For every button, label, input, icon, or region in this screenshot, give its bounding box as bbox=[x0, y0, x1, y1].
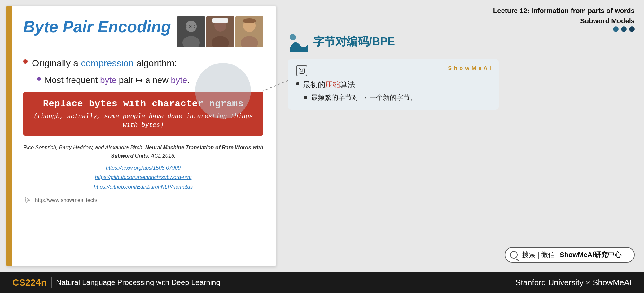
bottom-left: CS224n Natural Language Processing with … bbox=[12, 277, 220, 288]
svg-point-14 bbox=[243, 18, 256, 23]
lecture-header: Lecture 12: Information from parts of wo… bbox=[288, 6, 635, 26]
card-sub-square-1 bbox=[304, 96, 307, 99]
svg-rect-9 bbox=[212, 18, 228, 23]
svg-text:AI: AI bbox=[300, 69, 303, 73]
course-subtitle: Natural Language Processing with Deep Le… bbox=[56, 278, 220, 287]
citation-block: Rico Sennrich, Barry Haddow, and Alexand… bbox=[23, 143, 263, 160]
slide-footer: http://www.showmeai.tech/ bbox=[23, 196, 263, 205]
red-box: Replace bytes with character ngrams (tho… bbox=[23, 92, 263, 136]
card-bullet-text-1: 最初的压缩算法 bbox=[303, 79, 355, 90]
compression-highlight: compression bbox=[81, 58, 134, 68]
dot-2 bbox=[621, 26, 627, 32]
citation-authors: Rico Sennrich, Barry Haddow, and Alexand… bbox=[23, 144, 144, 150]
dot-1 bbox=[613, 26, 619, 32]
slide-body: Originally a compression algorithm: Most… bbox=[23, 57, 263, 257]
person-photo-2 bbox=[206, 16, 234, 47]
card-compression-highlight: 压缩 bbox=[325, 80, 340, 89]
bottom-right: Stanford University × ShowMeAI bbox=[515, 278, 632, 287]
link-2[interactable]: https://github.com/rsennrich/subword-nmt bbox=[23, 173, 263, 182]
bullet-dot-1 bbox=[23, 59, 28, 64]
search-text: 搜索 | 微信 bbox=[522, 250, 555, 260]
slide-title: Byte Pair Encoding bbox=[23, 18, 171, 36]
right-panel: Lecture 12: Information from parts of wo… bbox=[282, 0, 644, 272]
lecture-line-1: Lecture 12: Information from parts of wo… bbox=[288, 6, 635, 16]
showmeai-watermark: S h o w M e A I bbox=[448, 65, 491, 72]
red-box-main-text: Replace bytes with character ngrams bbox=[33, 99, 254, 109]
person-photo-3 bbox=[235, 16, 263, 47]
card-bullet-1: 最初的压缩算法 bbox=[296, 79, 491, 90]
bullet-2-sub: Most frequent byte pair ↦ a new byte. bbox=[37, 74, 263, 86]
card-bullet-suffix: 算法 bbox=[340, 80, 355, 89]
card-sub-bullet-1: 最频繁的字节对 → 一个新的字节。 bbox=[304, 93, 491, 103]
svg-point-16 bbox=[290, 34, 296, 40]
lecture-line-2: Subword Models bbox=[288, 16, 635, 26]
chapter-icon bbox=[288, 32, 308, 52]
red-box-sub-text: (though, actually, some people have done… bbox=[33, 112, 254, 130]
bullet-dot-2 bbox=[37, 77, 41, 81]
search-icon bbox=[510, 251, 518, 259]
dot-3 bbox=[629, 26, 635, 32]
photos-row bbox=[177, 16, 263, 47]
search-brand: ShowMeAI研究中心 bbox=[560, 250, 621, 260]
byte-highlight-2: byte bbox=[171, 75, 187, 85]
cursor-icon bbox=[23, 196, 32, 205]
person-photo-1 bbox=[177, 16, 205, 47]
footer-url: http://www.showmeai.tech/ bbox=[35, 197, 97, 203]
byte-highlight-1: byte bbox=[100, 75, 116, 85]
bottom-divider bbox=[51, 277, 52, 288]
bullet-1: Originally a compression algorithm: bbox=[23, 57, 263, 70]
chapter-header: 字节对编码/BPE bbox=[288, 32, 635, 52]
slide-header: Byte Pair Encoding bbox=[23, 15, 263, 47]
citation-venue: ACL 2016. bbox=[151, 153, 176, 159]
bottom-bar: CS224n Natural Language Processing with … bbox=[0, 272, 644, 293]
search-bar[interactable]: 搜索 | 微信 ShowMeAI研究中心 bbox=[505, 247, 635, 263]
stanford-university: Stanford University × ShowMeAI bbox=[515, 278, 632, 287]
bullet-text-2: Most frequent byte pair ↦ a new byte. bbox=[45, 74, 190, 86]
chapter-dots bbox=[613, 26, 635, 32]
link-1[interactable]: https://arxiv.org/abs/1508.07909 bbox=[23, 163, 263, 173]
card-bullet-dot-1 bbox=[296, 82, 299, 85]
slide-panel: Byte Pair Encoding bbox=[6, 6, 276, 266]
slide-accent-bar bbox=[6, 6, 12, 266]
link-3[interactable]: https://github.com/EdinburghNLP/nematus bbox=[23, 182, 263, 192]
ai-card: AI S h o w M e A I 最初的压缩算法 最频繁的字节对 → 一个新… bbox=[288, 59, 499, 110]
course-code: CS224n bbox=[12, 277, 46, 288]
card-sub-text-1: 最频繁的字节对 → 一个新的字节。 bbox=[311, 93, 417, 103]
bullet-text-1: Originally a compression algorithm: bbox=[32, 57, 177, 70]
search-bar-container: 搜索 | 微信 ShowMeAI研究中心 bbox=[505, 247, 635, 263]
links-block: https://arxiv.org/abs/1508.07909 https:/… bbox=[23, 163, 263, 192]
ai-logo: AI bbox=[296, 65, 307, 76]
chapter-title: 字节对编码/BPE bbox=[313, 34, 395, 49]
